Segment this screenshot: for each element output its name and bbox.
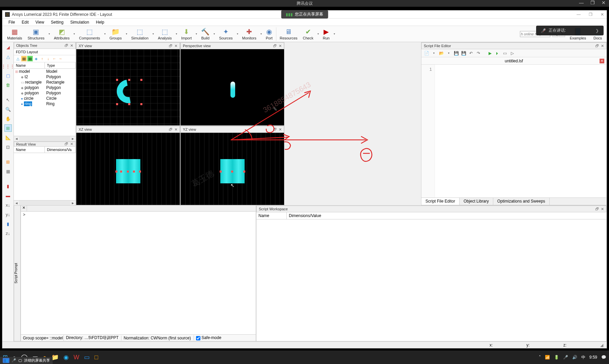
menu-setting[interactable]: Setting	[48, 19, 67, 25]
tool-delete-icon[interactable]: 🗑	[4, 81, 12, 89]
dropdown-icon[interactable]: ▾	[259, 32, 263, 35]
app-minimize-icon[interactable]: —	[577, 12, 581, 17]
tool-grid-icon[interactable]: ⋮⋮⋮	[4, 62, 12, 70]
move-down-icon[interactable]: ↓	[46, 56, 51, 61]
run-button[interactable]: ▶Run	[320, 26, 332, 42]
safe-mode-checkbox[interactable]	[196, 336, 200, 340]
dropdown-icon[interactable]: ▾	[124, 32, 129, 35]
restore-icon[interactable]: 🗗	[64, 142, 68, 146]
tab-optimizations[interactable]: Optimizations and Sweeps	[493, 198, 550, 205]
maximize-icon[interactable]: ❐	[590, 0, 595, 5]
restore-icon[interactable]: 🗗	[273, 127, 277, 132]
dropdown-icon[interactable]: ▾	[316, 32, 320, 35]
tree-row[interactable]: ●circleCircle	[14, 96, 76, 101]
minimize-icon[interactable]: —	[579, 0, 584, 5]
tree-row[interactable]: ◆polygonPolygon	[14, 85, 76, 90]
tool-axis-icon[interactable]: ▮	[4, 182, 12, 190]
volume-icon[interactable]: 🔊	[572, 355, 577, 360]
save-icon[interactable]: 💾	[453, 50, 459, 56]
notifications-icon[interactable]: 💬	[601, 355, 606, 360]
menu-help[interactable]: Help	[92, 19, 108, 25]
tool-icon[interactable]: ◢	[4, 43, 12, 51]
dropdown-icon[interactable]: ▾	[174, 32, 178, 35]
resize-grip-icon[interactable]: ◢	[600, 343, 603, 347]
restore-icon[interactable]: 🗗	[169, 44, 172, 48]
components-button[interactable]: ⬚Components	[76, 26, 103, 42]
tree-tool-icon[interactable]: △	[15, 56, 21, 61]
tree-row[interactable]: ◆polygonPolygon	[14, 90, 76, 96]
run-script-icon[interactable]: ▶	[487, 50, 493, 56]
tool-icon[interactable]: ⊡	[4, 143, 12, 151]
chevron-icon[interactable]: ❯	[596, 28, 599, 33]
structures-button[interactable]: ▣Structures	[25, 26, 47, 42]
wps-icon[interactable]: W	[74, 354, 79, 361]
tool-zoom-icon[interactable]: 🔍	[4, 105, 12, 113]
monitors-button[interactable]: ✚Monitors	[240, 26, 259, 42]
dropdown-icon[interactable]: ▾	[103, 32, 107, 35]
meeting-icon[interactable]: ▭	[84, 354, 90, 361]
app-close-icon[interactable]: ✕	[601, 12, 604, 17]
menu-view[interactable]: View	[32, 19, 48, 25]
tool-ruler-icon[interactable]: ⊞	[4, 124, 12, 132]
dropdown-icon[interactable]: ▾	[446, 50, 452, 56]
lumerical-icon[interactable]: □	[94, 354, 98, 361]
tool-axis-icon[interactable]: ▬	[4, 192, 12, 199]
tool-triangle-icon[interactable]: △	[4, 53, 12, 60]
tool-pan-icon[interactable]: ✋	[4, 115, 12, 122]
dropdown-icon[interactable]: ▾	[194, 32, 198, 35]
redo-icon[interactable]: ↷	[475, 50, 481, 56]
analysis-button[interactable]: ⬚Analysis	[155, 26, 174, 42]
script-code-area[interactable]: 1	[421, 65, 606, 198]
next-icon[interactable]: ▷	[509, 50, 515, 56]
save-all-icon[interactable]: 💾	[461, 50, 467, 56]
close-prompt-icon[interactable]: ✕	[21, 206, 27, 211]
clock[interactable]: 9:59	[589, 355, 597, 360]
yz-canvas[interactable]: ↖ 葛玉德	[181, 133, 284, 205]
close-icon[interactable]: ✕	[601, 44, 604, 48]
restore-icon[interactable]: 🗗	[273, 44, 277, 48]
dropdown-icon[interactable]: ▾	[72, 32, 76, 35]
tool-copy-icon[interactable]: ▢	[4, 72, 12, 79]
restore-icon[interactable]: 🗗	[595, 207, 599, 211]
script-tab[interactable]: untitled.lsf ✕	[421, 57, 606, 65]
perspective-canvas[interactable]: ✎	[181, 49, 284, 125]
dropdown-icon[interactable]: ▾	[236, 32, 240, 35]
groups-button[interactable]: 📁Groups	[107, 26, 124, 42]
materials-button[interactable]: ▦Materials	[4, 26, 25, 42]
tree-tool-icon[interactable]: ▤	[21, 56, 27, 61]
move-up-icon[interactable]: ↑	[39, 56, 45, 61]
restore-icon[interactable]: 🗗	[64, 43, 68, 48]
move-left-icon[interactable]: ←	[52, 56, 57, 61]
tree-row[interactable]: ⊞modelModel	[14, 69, 76, 74]
move-right-icon[interactable]: →	[58, 56, 63, 61]
chevron-up-icon[interactable]: ˄	[539, 355, 541, 360]
menu-simulation[interactable]: Simulation	[67, 19, 92, 25]
mic-icon[interactable]: 🎤	[563, 355, 568, 360]
ime-label[interactable]: 中	[581, 355, 585, 360]
restore-icon[interactable]: 🗗	[169, 127, 172, 132]
tree-row[interactable]: ●ringRing	[14, 101, 76, 107]
close-icon[interactable]: ✕	[174, 44, 177, 48]
tree-row[interactable]: ◆t2Polygon	[14, 74, 76, 80]
restore-icon[interactable]: 🗗	[595, 44, 599, 48]
new-file-icon[interactable]: 📄	[423, 50, 430, 56]
menu-file[interactable]: File	[5, 19, 18, 25]
tool-y-icon[interactable]: y↓	[4, 211, 12, 218]
tool-select-icon[interactable]: ↖	[4, 96, 12, 103]
check-button[interactable]: ✔Check	[300, 26, 316, 42]
app-maximize-icon[interactable]: ❐	[589, 12, 592, 17]
close-icon[interactable]: ✕	[70, 43, 73, 48]
dropdown-icon[interactable]: ▾	[431, 50, 437, 56]
tool-measure-icon[interactable]: 📐	[4, 134, 12, 141]
close-icon[interactable]: ✕	[279, 44, 282, 48]
tree-scrollbar[interactable]: ◄►	[14, 136, 76, 141]
import-button[interactable]: ⬇Import	[178, 26, 194, 42]
tab-object-library[interactable]: Object Library	[460, 198, 493, 205]
dropdown-icon[interactable]: ▾	[151, 32, 155, 35]
resources-button[interactable]: 🖥Resources	[277, 26, 300, 42]
attributes-button[interactable]: ◩Attributes	[51, 26, 72, 42]
menu-edit[interactable]: Edit	[18, 19, 32, 25]
tool-x-icon[interactable]: x↓	[4, 201, 12, 209]
close-icon[interactable]: ✕	[70, 142, 73, 146]
tree-tool-icon[interactable]: ◈	[33, 56, 39, 61]
